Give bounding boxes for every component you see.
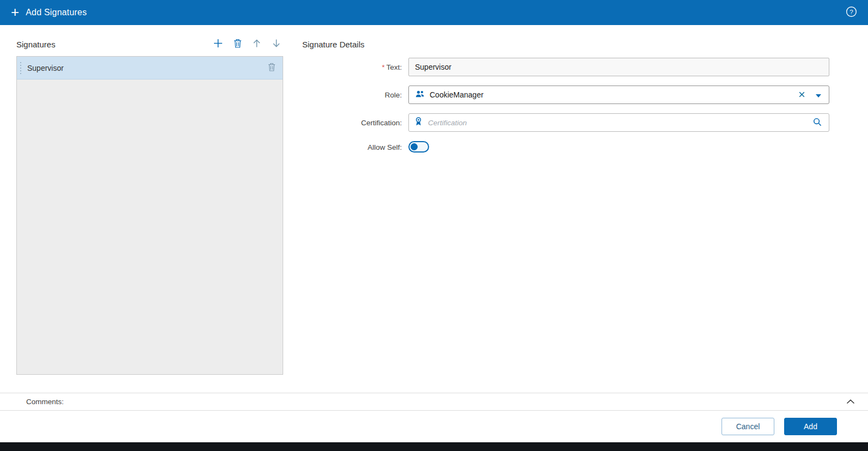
chevron-up-icon — [846, 398, 855, 406]
text-input[interactable] — [408, 58, 829, 76]
main-area: Signatures — [0, 25, 868, 393]
footer-actions: Cancel Add — [0, 411, 868, 442]
signatures-list: Supervisor — [16, 56, 283, 375]
search-icon — [813, 118, 822, 128]
signature-details-panel: Signature Details *Text: Role: — [283, 25, 868, 393]
clear-role-button[interactable] — [798, 90, 806, 100]
help-button[interactable]: ? — [846, 6, 857, 19]
help-icon: ? — [846, 6, 857, 19]
list-item[interactable]: Supervisor — [17, 57, 283, 80]
comments-label: Comments: — [26, 398, 64, 406]
signatures-panel-title: Signatures — [16, 40, 56, 49]
role-selected-value: CookieManager — [430, 90, 484, 99]
arrow-down-icon — [272, 39, 281, 50]
toggle-knob — [411, 143, 418, 150]
role-dropdown-button[interactable] — [815, 90, 822, 100]
certification-input[interactable] — [427, 118, 812, 127]
page-title: Add Signatures — [26, 8, 87, 17]
close-icon — [799, 91, 805, 99]
signature-item-label: Supervisor — [27, 64, 64, 72]
role-select[interactable]: CookieManager — [408, 86, 829, 104]
text-field-row: *Text: — [302, 58, 868, 76]
allow-self-label: Allow Self: — [302, 143, 408, 151]
certification-field-row: Certification: — [302, 113, 868, 132]
move-down-button[interactable] — [271, 38, 282, 51]
item-delete-button[interactable] — [268, 63, 276, 73]
arrow-up-icon — [252, 39, 261, 50]
plus-icon — [213, 38, 223, 50]
comments-collapse-button[interactable] — [845, 397, 856, 407]
details-title: Signature Details — [302, 37, 868, 51]
add-signature-button[interactable] — [212, 37, 224, 51]
bottom-bar — [0, 442, 868, 451]
certification-label: Certification: — [302, 119, 408, 127]
trash-icon — [268, 63, 276, 73]
svg-text:?: ? — [849, 9, 853, 15]
chevron-down-icon — [816, 91, 821, 99]
allow-self-row: Allow Self: — [302, 141, 868, 154]
move-up-button[interactable] — [251, 38, 262, 51]
signatures-panel: Signatures — [16, 25, 283, 393]
users-icon — [415, 90, 425, 100]
cancel-button[interactable]: Cancel — [722, 418, 774, 435]
delete-signature-button[interactable] — [233, 38, 243, 51]
plus-icon: + — [11, 5, 19, 19]
role-label: Role: — [302, 91, 408, 99]
signatures-toolbar — [212, 37, 283, 51]
certification-search-button[interactable] — [812, 117, 823, 129]
role-field-row: Role: CookieManager — [302, 86, 868, 104]
allow-self-toggle[interactable] — [408, 141, 429, 153]
text-label: *Text: — [302, 63, 408, 71]
add-button[interactable]: Add — [784, 418, 837, 435]
trash-icon — [234, 39, 242, 50]
title-bar: + Add Signatures ? — [0, 0, 868, 25]
certification-field — [408, 113, 829, 132]
required-marker: * — [382, 63, 384, 71]
certification-badge-icon — [415, 117, 422, 128]
comments-section: Comments: — [0, 393, 868, 411]
drag-handle[interactable] — [19, 61, 22, 75]
